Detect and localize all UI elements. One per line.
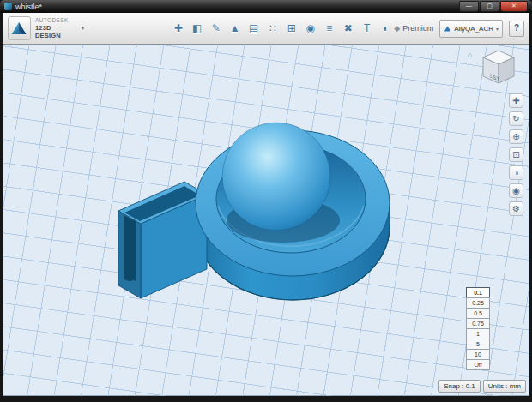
pan-button[interactable]: ✚ [509,93,523,108]
account-logo-icon [444,25,451,33]
close-button[interactable]: ✕ [500,1,528,12]
orbit-button[interactable]: ↻ [509,111,523,126]
combine-tool-button[interactable]: ◉ [302,21,318,37]
modify-tool-button[interactable]: ▤ [245,21,262,37]
viewport[interactable]: ⌂ LST ✚ ↻ ⊕ ⊡ ◑ ◉ ⚙ 0.1 0.25 0.5 0.75 1 … [3,45,529,396]
text-tool-button[interactable]: T [359,21,375,37]
brand-text: AUTODESK 123D DESIGN [35,17,77,39]
premium-label: Premium [402,24,433,33]
account-chevron-icon: ▾ [496,26,499,32]
combine-icon: ◉ [306,22,315,34]
premium-icon: ◆ [394,24,400,33]
minimize-button[interactable]: — [459,1,479,12]
snap-tool-button[interactable]: ≡ [321,21,337,37]
pattern-icon: ∷ [269,22,276,34]
sketch-icon: ✎ [212,22,221,34]
orbit-icon: ↻ [512,114,519,123]
snap-option-off[interactable]: Off [466,359,490,370]
toolbar-right: ◆ Premium AllyQA_ACR ▾ ? [394,20,524,38]
shading-icon: ◑ [513,168,518,177]
grouping-tool-button[interactable]: ⊞ [283,21,299,37]
status-bar: Snap : 0.1 Units : mm [438,380,526,393]
zoom-button[interactable]: ⊕ [509,129,523,144]
snap-icon: ≡ [326,22,332,34]
window-controls: — ▢ ✕ [459,1,528,12]
visibility-icon: ◉ [512,186,520,195]
main-toolbar: AUTODESK 123D DESIGN ▾ ✚ ◧ ✎ ▲ ▤ ∷ ⊞ ◉ ≡… [3,13,529,45]
view-cube[interactable]: ⌂ LST [468,49,517,85]
snap-options-menu: 0.1 0.25 0.5 0.75 1 5 10 Off [466,288,490,370]
account-label: AllyQA_ACR [454,25,493,33]
help-button[interactable]: ? [509,21,524,37]
brand-line2: 123D DESIGN [35,24,77,39]
pattern-tool-button[interactable]: ∷ [264,21,281,37]
app-window: whistle* — ▢ ✕ AUTODESK [0,0,532,402]
construct-tool-button[interactable]: ▲ [227,21,243,37]
shading-button[interactable]: ◑ [509,165,523,180]
clip-bracket[interactable] [118,182,207,298]
construct-icon: ▲ [230,22,240,34]
modify-icon: ▤ [249,22,258,34]
snap-status-button[interactable]: Snap : 0.1 [438,380,480,393]
visibility-button[interactable]: ◉ [509,183,523,198]
primitives-icon: ◧ [192,22,202,34]
account-dropdown[interactable]: AllyQA_ACR ▾ [439,20,503,38]
transform-icon: ✚ [174,22,183,34]
material-tool-button[interactable]: ◐ [378,21,394,37]
titlebar[interactable]: whistle* — ▢ ✕ [0,0,532,13]
premium-button[interactable]: ◆ Premium [394,24,433,33]
material-icon: ◐ [383,22,389,34]
app-icon [4,3,12,10]
fit-icon: ⊡ [512,150,519,159]
home-icon[interactable]: ⌂ [468,51,472,59]
fit-button[interactable]: ⊡ [509,147,523,162]
settings-button[interactable]: ⚙ [509,201,523,216]
pan-icon: ✚ [512,96,519,105]
autodesk-logo-icon [8,16,31,40]
zoom-icon: ⊕ [512,132,519,141]
model-whistle[interactable] [3,45,529,396]
main-menu-chevron-icon[interactable]: ▾ [82,25,85,32]
sphere[interactable] [222,123,330,231]
transform-tool-button[interactable]: ✚ [170,21,186,37]
delete-icon: ✖ [344,22,353,34]
text-icon: T [364,22,370,34]
view-cube-graphic[interactable]: LST [480,49,517,85]
settings-icon: ⚙ [512,204,520,213]
units-status-button[interactable]: Units : mm [483,380,526,393]
tool-row: ✚ ◧ ✎ ▲ ▤ ∷ ⊞ ◉ ≡ ✖ T ◐ [170,21,394,37]
sketch-tool-button[interactable]: ✎ [208,21,224,37]
grouping-icon: ⊞ [287,22,296,34]
maximize-button[interactable]: ▢ [480,1,499,12]
nav-toolbar: ✚ ↻ ⊕ ⊡ ◑ ◉ ⚙ [509,93,523,216]
primitives-tool-button[interactable]: ◧ [189,21,205,37]
brand-line1: AUTODESK [35,17,77,24]
window-title: whistle* [15,3,42,11]
delete-tool-button[interactable]: ✖ [340,21,356,37]
app-menu[interactable]: AUTODESK 123D DESIGN ▾ [8,16,84,40]
